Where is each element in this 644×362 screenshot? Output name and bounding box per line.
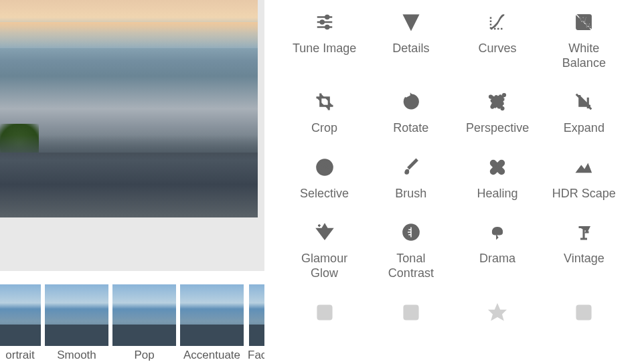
tool-brush[interactable]: Brush bbox=[368, 152, 454, 204]
tool-curves[interactable]: Curves bbox=[455, 7, 541, 73]
tool-label: TonalContrast bbox=[388, 252, 434, 280]
svg-point-7 bbox=[503, 94, 505, 96]
filter-label: Pop bbox=[134, 349, 154, 362]
filter-thumb bbox=[0, 284, 41, 346]
tool-label: GlamourGlow bbox=[301, 252, 347, 280]
svg-point-14 bbox=[497, 167, 499, 169]
tool-label: Details bbox=[392, 41, 429, 56]
tool-selective[interactable]: Selective bbox=[281, 152, 368, 204]
tool-crop[interactable]: Crop bbox=[281, 86, 368, 139]
tool-hdr-scape[interactable]: HDR Scape bbox=[541, 152, 627, 204]
filter-faded[interactable]: Fac bbox=[248, 284, 264, 362]
svg-point-1 bbox=[320, 21, 323, 24]
rotate-icon bbox=[398, 89, 424, 114]
tonal-contrast-icon bbox=[398, 219, 424, 245]
filter-label: Fac bbox=[248, 349, 264, 362]
tool-partial-3[interactable]: x bbox=[455, 297, 541, 347]
filter-label: ortrait bbox=[5, 349, 34, 362]
filter-pop[interactable]: Pop bbox=[112, 284, 176, 362]
svg-point-0 bbox=[325, 15, 329, 19]
svg-point-8 bbox=[501, 107, 504, 110]
tools-grid: Tune Image Details Curves WB WhiteBalanc… bbox=[264, 7, 644, 347]
tool-label: Selective bbox=[300, 187, 349, 201]
tool-partial-4[interactable]: x bbox=[541, 297, 627, 347]
tool-label: Crop bbox=[311, 121, 337, 136]
curves-icon bbox=[485, 9, 510, 35]
tool-label: Healing bbox=[477, 187, 518, 201]
svg-text:B: B bbox=[586, 21, 591, 29]
tool-label: Tune Image bbox=[293, 41, 356, 56]
tool-perspective[interactable]: Perspective bbox=[455, 86, 541, 139]
tool-label: Drama bbox=[479, 252, 515, 266]
healing-icon bbox=[485, 155, 510, 180]
svg-rect-18 bbox=[318, 306, 331, 319]
crop-icon bbox=[312, 89, 337, 114]
filter-label: Smooth bbox=[57, 349, 96, 362]
selective-icon bbox=[312, 155, 337, 180]
tool-label: Rotate bbox=[393, 121, 428, 136]
hdr-scape-icon bbox=[571, 155, 596, 180]
brush-icon bbox=[398, 155, 424, 180]
tool-drama[interactable]: Drama bbox=[455, 217, 541, 283]
tool-label: Expand bbox=[564, 121, 605, 136]
svg-point-16 bbox=[499, 169, 501, 171]
tool-healing[interactable]: Healing bbox=[455, 152, 541, 204]
drama-icon bbox=[485, 219, 510, 245]
svg-point-2 bbox=[325, 25, 329, 29]
preview-panel: ortrait Smooth Pop Accentuate Fac bbox=[0, 0, 264, 362]
tool-glamour-glow[interactable]: GlamourGlow bbox=[281, 217, 368, 283]
tools-panel: Tune Image Details Curves WB WhiteBalanc… bbox=[264, 0, 644, 362]
vintage-icon bbox=[571, 219, 596, 245]
tool-partial-1[interactable]: x bbox=[281, 297, 368, 347]
tool-expand[interactable]: Expand bbox=[541, 86, 627, 139]
glamour-glow-icon bbox=[312, 219, 337, 245]
svg-rect-20 bbox=[577, 306, 590, 319]
filter-strip[interactable]: ortrait Smooth Pop Accentuate Fac bbox=[0, 271, 264, 362]
filter-label: Accentuate bbox=[183, 349, 240, 362]
filter-thumb bbox=[112, 284, 176, 346]
svg-point-9 bbox=[491, 106, 494, 108]
svg-point-6 bbox=[489, 96, 492, 98]
expand-icon bbox=[571, 89, 596, 114]
tool-details[interactable]: Details bbox=[368, 7, 454, 73]
details-icon bbox=[398, 9, 424, 35]
svg-point-11 bbox=[322, 165, 327, 170]
partial-icon bbox=[485, 300, 510, 325]
white-balance-icon: WB bbox=[571, 9, 596, 35]
filter-thumb bbox=[45, 284, 108, 346]
tool-partial-2[interactable]: x bbox=[368, 297, 454, 347]
image-preview-container bbox=[0, 0, 264, 271]
main-photo[interactable] bbox=[0, 0, 258, 217]
filter-thumb bbox=[180, 284, 244, 346]
tool-label: Curves bbox=[479, 41, 517, 56]
partial-icon bbox=[398, 300, 424, 325]
tune-icon bbox=[312, 9, 337, 35]
filter-portrait[interactable]: ortrait bbox=[0, 284, 41, 362]
filter-accentuate[interactable]: Accentuate bbox=[180, 284, 244, 362]
tool-tune-image[interactable]: Tune Image bbox=[281, 7, 368, 73]
tool-label: Brush bbox=[395, 187, 426, 201]
tool-rotate[interactable]: Rotate bbox=[368, 86, 454, 139]
filter-smooth[interactable]: Smooth bbox=[45, 284, 108, 362]
partial-icon bbox=[571, 300, 596, 325]
tool-label: Perspective bbox=[466, 121, 529, 136]
tool-vintage[interactable]: Vintage bbox=[541, 217, 627, 283]
tool-label: WhiteBalance bbox=[562, 41, 606, 70]
svg-rect-19 bbox=[404, 306, 418, 319]
tool-tonal-contrast[interactable]: TonalContrast bbox=[368, 217, 454, 283]
partial-icon bbox=[312, 300, 337, 325]
filter-thumb bbox=[249, 284, 264, 346]
tool-label: Vintage bbox=[564, 252, 605, 266]
tool-white-balance[interactable]: WB WhiteBalance bbox=[541, 7, 627, 73]
svg-point-15 bbox=[494, 164, 495, 165]
tool-label: HDR Scape bbox=[552, 187, 616, 201]
perspective-icon bbox=[485, 89, 510, 114]
